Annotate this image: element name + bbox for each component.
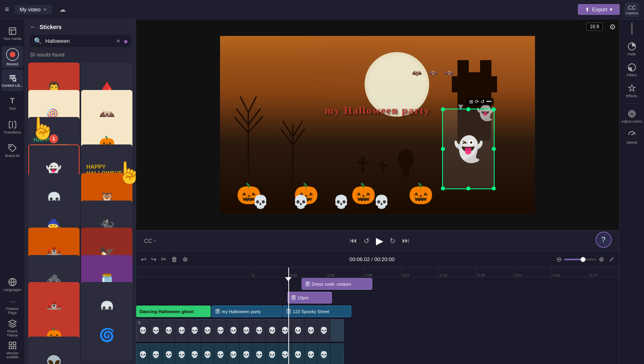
sticker-item-21[interactable]: 👽 ••• (28, 337, 80, 364)
clip-my-halloween-label: my Halloween party (222, 309, 261, 314)
record-dot (10, 52, 15, 57)
svg-rect-4 (9, 342, 11, 344)
sidebar-item-text[interactable]: T Text (2, 93, 23, 115)
aspect-ratio-button[interactable]: 16:9 (586, 23, 603, 31)
clip-123-spooky-label: 123 Spooky Street (293, 309, 329, 314)
tab-close-icon[interactable]: ✕ (43, 7, 46, 12)
svg-rect-11 (378, 164, 387, 167)
add-media-button[interactable]: ⊕ (183, 255, 188, 263)
sidebar-item-transitions[interactable]: Transitions (2, 116, 23, 138)
right-panel-speed[interactable]: Speed (621, 127, 643, 147)
search-diamond-icon[interactable]: ◆ (124, 38, 128, 44)
right-panel-collapse-handle[interactable] (631, 23, 633, 35)
cc-badge: + (153, 239, 155, 243)
right-panel-effects[interactable]: Effects (621, 81, 643, 101)
sidebar-version-label: Version ecd9d6 (2, 351, 23, 359)
forward-button[interactable]: ↻ (390, 236, 396, 245)
preview-settings-icon[interactable]: ⚙ (609, 23, 616, 31)
video-frame-26: 💀 (201, 344, 214, 364)
right-panel-filters[interactable]: Filters (621, 60, 643, 80)
video-tab[interactable]: My video ✕ (14, 5, 52, 14)
cc-button[interactable]: CC + (144, 238, 156, 244)
tick-15: 0:15 (438, 268, 476, 277)
clip-dress-code[interactable]: T Dress code: costum (302, 278, 372, 290)
sidebar-content-label: Content Lib... (2, 84, 23, 88)
resize-handle-ml[interactable] (441, 147, 445, 151)
zoom-slider[interactable] (564, 259, 596, 260)
video-frame-22: 💀 (149, 344, 162, 364)
back-button[interactable]: ← (30, 23, 36, 31)
right-panel-fade[interactable]: Fade (621, 39, 643, 59)
captions-label: Captions (625, 11, 638, 15)
undo-cloud-icon[interactable]: ☁ (59, 6, 66, 13)
sidebar-item-record[interactable]: Record (2, 46, 23, 68)
play-pause-button[interactable]: ▶ (376, 235, 383, 247)
resize-handle-mr[interactable] (492, 147, 496, 151)
captions-icon: CC (628, 4, 636, 11)
timeline-track-text-1: T Dress code: costum (136, 277, 619, 291)
sidebar-item-languages[interactable]: Languages (2, 274, 23, 295)
topbar: ≡ My video ✕ ☁ ⬆ Export ▾ CC Captions (0, 0, 644, 19)
video-frame-35: 💀 (317, 344, 330, 364)
menu-icon[interactable]: ≡ (5, 5, 9, 14)
sticker-item-20[interactable]: 🌀 ••• (81, 310, 132, 361)
video-strip-1[interactable]: ⏸ 💀 💀 💀 💀 💀 💀 💀 💀 (136, 319, 344, 341)
expand-timeline-button[interactable]: ⤢ (609, 255, 614, 263)
sticker-more-icon[interactable]: ••• (486, 99, 491, 105)
clip-123-spooky[interactable]: T 123 Spooky Street (283, 305, 351, 317)
video-strip-2[interactable]: 💀 💀 💀 💀 💀 💀 💀 💀 💀 💀 💀 (136, 343, 344, 364)
zoom-in-button[interactable]: ⊕ (599, 255, 604, 263)
skip-back-button[interactable]: ⏮ (350, 236, 357, 245)
undo-button[interactable]: ↩ (141, 255, 146, 263)
timeline-ruler: 0 0:03 0:06 0:09 0:12 0:15 0:18 0:21 0:2… (136, 268, 619, 277)
pumpkin-4: 🎃 (408, 182, 433, 205)
resize-handle-tl[interactable] (441, 107, 445, 111)
redo-button[interactable]: ↪ (151, 255, 156, 263)
sticker-rotate-icon[interactable]: ⟳ (475, 99, 479, 105)
help-bubble[interactable]: ? (596, 232, 612, 248)
cut-button[interactable]: ✂ (161, 255, 166, 263)
sticker-emoji-21: 👽 (34, 342, 75, 364)
sticker-refresh-icon[interactable]: ↺ (480, 99, 485, 105)
captions-button[interactable]: CC Captions (625, 2, 639, 17)
zoom-out-button[interactable]: ⊖ (556, 255, 562, 263)
rewind-button[interactable]: ↺ (363, 236, 369, 245)
svg-rect-13 (403, 165, 409, 177)
clip-t-icon-3: T (215, 309, 220, 314)
sidebar-item-brand-kit[interactable]: Brand kit (2, 140, 23, 161)
sidebar-item-version[interactable]: Version ecd9d6 (2, 339, 23, 361)
clip-10pm[interactable]: T 10pm (287, 292, 332, 303)
sidebar-item-your-media[interactable]: Your media (2, 23, 23, 44)
sidebar-record-label: Record (6, 62, 18, 66)
clip-dancing-ghost[interactable]: Dancing Halloween ghost (136, 305, 211, 317)
stickers-search-input[interactable] (45, 38, 113, 44)
right-panel-adjust-colors[interactable]: Adjust colors (621, 106, 643, 126)
resize-handle-bl[interactable] (441, 186, 445, 190)
stickers-title: Stickers (40, 24, 131, 30)
sticker-resize-icon[interactable]: ⊞ (469, 99, 473, 105)
ghost-sticker-container[interactable]: ⊞ ⟳ ↺ ••• 👻 (442, 109, 495, 189)
video-frames-row-2: 💀 💀 💀 💀 💀 💀 💀 💀 💀 💀 💀 (136, 344, 344, 364)
sidebar-item-fluent[interactable]: Fluent Theme (2, 317, 23, 339)
resize-handle-br[interactable] (492, 186, 496, 190)
tick-21: 0:21 (514, 268, 551, 277)
sidebar-item-content-library[interactable]: Content Lib... (2, 69, 23, 91)
resize-handle-tm[interactable] (466, 107, 470, 111)
cursor-hand-2: ☝️ (116, 161, 136, 185)
clip-my-halloween[interactable]: T my Halloween party (212, 305, 282, 317)
timeline-track-video-1: ⏸ 💀 💀 💀 💀 💀 💀 💀 💀 (136, 318, 619, 343)
export-button[interactable]: ⬆ Export ▾ (578, 4, 620, 15)
sidebar-text-label: Text (9, 107, 16, 111)
gravestones (353, 149, 434, 181)
resize-handle-bm[interactable] (466, 186, 470, 190)
text-icon: T (10, 97, 15, 105)
search-clear-icon[interactable]: ✕ (116, 38, 120, 44)
skip-forward-button[interactable]: ⏭ (402, 236, 409, 245)
results-count: 30 results found (25, 50, 136, 61)
delete-button[interactable]: 🗑 (171, 256, 178, 263)
left-sidebar: Your media Record Content Lib... T Text … (0, 19, 25, 364)
resize-handle-tr[interactable] (492, 107, 496, 111)
play-controls: ⏮ ↺ ▶ ↻ ⏭ (350, 235, 409, 247)
sidebar-item-more[interactable]: ⋯ Feature Flags (2, 295, 23, 317)
svg-rect-0 (9, 27, 16, 34)
